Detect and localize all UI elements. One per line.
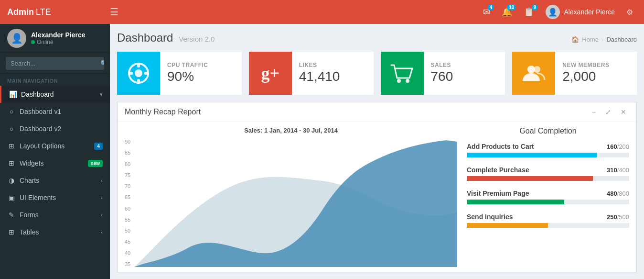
svg-rect-2 [137,63,140,67]
nav-section-label: MAIN NAVIGATION [0,74,110,86]
stat-icon [512,52,555,95]
goal-item: Add Products to Cart 160/200 [467,143,629,157]
expand-button[interactable]: ⤢ [602,107,614,117]
user-avatar-top: 👤 [546,5,560,19]
goal-item-header: Complete Purchase 310/400 [467,166,629,174]
nav-icon: ○ [7,108,16,115]
chart-svg [134,138,457,267]
y-axis-label: 80 [125,161,130,167]
goal-bar-bg [467,200,629,204]
stat-info: SALES 760 [424,52,461,95]
y-axis-label: 55 [125,217,130,223]
search-box: 🔍 [0,53,110,74]
nav-label-text: Dashboard v1 [20,108,103,115]
y-axis-label: 90 [125,139,130,145]
stat-box-sales: SALES 760 [381,52,505,95]
main-content: Dashboard Version 2.0 🏠 Home › Dashboard… [110,24,644,279]
sidebar-item-dashboard-v2[interactable]: ○ Dashboard v2 [0,120,110,137]
svg-rect-3 [137,79,140,84]
user-panel: 👤 Alexander Pierce Online [0,24,110,53]
messages-badge: 4 [488,4,494,11]
status-dot [31,40,35,44]
goal-item: Send Inquiries 250/500 [467,213,629,228]
goal-values: 160/200 [607,143,629,150]
notifications-badge: 10 [507,4,516,11]
goal-current: 310 [607,167,617,174]
nav-icon: ⊞ [7,142,16,150]
nav-label-text: Dashboard [21,90,96,98]
stat-info: CPU TRAFFIC 90% [160,52,215,95]
search-wrap: 🔍 [6,57,104,70]
notifications-button[interactable]: 🔔 10 [498,4,516,20]
stat-label: SALES [431,62,453,68]
settings-button[interactable]: ⚙ [623,5,637,19]
status-text: Online [37,39,54,45]
goal-bar [467,176,593,181]
nav-icon: 📊 [9,90,17,98]
goal-current: 160 [607,143,617,150]
messages-button[interactable]: ✉ 4 [479,4,494,20]
nav-label-text: Dashboard v2 [20,125,103,133]
sidebar: 👤 Alexander Pierce Online 🔍 MAIN NAVIGAT… [0,24,110,279]
report-body: Sales: 1 Jan, 2014 - 30 Jul, 2014 908580… [118,122,636,272]
chart-subtitle: Sales: 1 Jan, 2014 - 30 Jul, 2014 [125,127,457,134]
breadcrumb-home[interactable]: Home [582,36,599,43]
avatar: 👤 [7,29,26,48]
nav-icon: ✎ [7,211,16,219]
stat-info: LIKES 41,410 [292,52,347,95]
stat-boxes: CPU TRAFFIC 90% g+ LIKES 41,410 SALES 76… [117,52,637,95]
y-axis-label: 60 [125,206,130,212]
goal-current: 480 [607,190,617,197]
search-button[interactable]: 🔍 [96,57,104,70]
user-name-top: Alexander Pierce [564,8,615,16]
sidebar-item-ui-elements[interactable]: ▣ UI Elements ‹ [0,189,110,206]
sidebar-item-widgets[interactable]: ⊞ Widgets new [0,155,110,172]
stat-icon [117,52,160,95]
sidebar-item-dashboard[interactable]: 📊 Dashboard ▾ [0,86,110,103]
nav-items: 📊 Dashboard ▾ ○ Dashboard v1 ○ Dashboard… [0,86,110,241]
y-axis-label: 35 [125,261,130,267]
sidebar-toggle[interactable]: ☰ [110,6,295,18]
home-icon: 🏠 [571,36,579,43]
stat-label: NEW MEMBERS [562,62,609,68]
nav-arrow: ‹ [101,229,103,235]
svg-point-1 [135,69,142,77]
stat-box-cpu-traffic: CPU TRAFFIC 90% [117,52,242,95]
stat-value: 760 [431,68,453,85]
report-header: Monthly Recap Report − ⤢ ✕ [118,102,636,122]
report-title: Monthly Recap Report [125,108,201,116]
goal-values: 310/400 [607,167,629,174]
nav-label-text: Widgets [20,159,84,167]
sidebar-item-dashboard-v1[interactable]: ○ Dashboard v1 [0,103,110,120]
tasks-button[interactable]: 📋 9 [520,4,538,20]
monthly-report: Monthly Recap Report − ⤢ ✕ Sales: 1 Jan,… [117,102,637,272]
sidebar-item-layout-options[interactable]: ⊞ Layout Options 4 [0,137,110,155]
y-axis-label: 40 [125,250,130,256]
close-button[interactable]: ✕ [618,107,629,117]
page-version: Version 2.0 [179,35,215,43]
goal-item: Visit Premium Page 480/800 [467,190,629,204]
sidebar-item-forms[interactable]: ✎ Forms ‹ [0,206,110,223]
goal-label: Send Inquiries [467,213,513,221]
collapse-button[interactable]: − [589,107,599,117]
goal-bar-bg [467,176,629,181]
stat-box-new-members: NEW MEMBERS 2,000 [512,52,637,95]
goal-label: Visit Premium Page [467,190,529,197]
nav-label-text: Tables [20,228,97,236]
user-menu-button[interactable]: 👤 Alexander Pierce [542,5,619,19]
nav-label-text: Forms [20,211,97,219]
brand-bold: Admin [7,7,34,17]
search-input[interactable] [6,57,96,70]
sidebar-item-tables[interactable]: ⊞ Tables ‹ [0,223,110,241]
stat-icon: g+ [249,52,292,95]
nav-label-text: Layout Options [20,142,90,150]
user-info: Alexander Pierce Online [31,31,86,45]
y-axis-label: 75 [125,172,130,178]
svg-point-7 [406,79,409,83]
sidebar-item-charts[interactable]: ◑ Charts ‹ [0,172,110,189]
goal-bar [467,223,548,228]
content-header: Dashboard Version 2.0 🏠 Home › Dashboard [117,31,637,45]
page-layout: 👤 Alexander Pierce Online 🔍 MAIN NAVIGAT… [0,24,644,279]
goal-area: Goal Completion Add Products to Cart 160… [467,127,629,267]
goal-item-header: Visit Premium Page 480/800 [467,190,629,197]
